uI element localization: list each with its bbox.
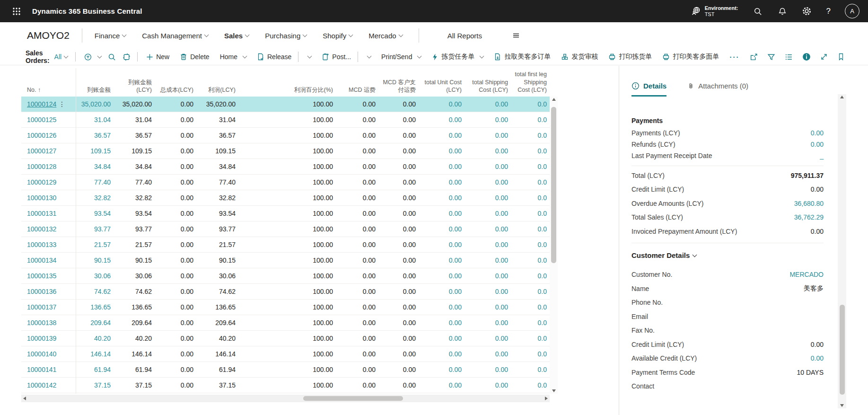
order-no-cell[interactable]: 10000129: [21, 178, 76, 186]
order-no-link[interactable]: 10000133: [27, 241, 56, 248]
grid-cell[interactable]: 21.57: [76, 241, 114, 248]
app-title[interactable]: Dynamics 365 Business Central: [32, 7, 142, 15]
grid-cell[interactable]: 0.0: [511, 319, 550, 327]
grid-cell[interactable]: 0.00: [378, 225, 419, 233]
table-row[interactable]: 10000124⋮35,020.0035,020.000.0035,020.00…: [21, 97, 558, 112]
grid-cell[interactable]: 30.06: [76, 272, 114, 280]
customer-details-heading[interactable]: Customer Details: [631, 250, 824, 261]
more-actions-icon[interactable]: ···: [729, 53, 739, 61]
grid-cell[interactable]: 0.0: [511, 288, 550, 295]
field-value[interactable]: 0.00: [811, 141, 824, 148]
grid-cell[interactable]: 100.00: [238, 335, 336, 342]
grid-cell[interactable]: 90.15: [114, 256, 155, 264]
grid-cell[interactable]: 0.0: [511, 100, 550, 108]
grid-cell[interactable]: 109.15: [76, 147, 114, 155]
grid-cell[interactable]: 74.62: [196, 288, 238, 295]
grid-cell[interactable]: 0.00: [336, 335, 378, 342]
help-icon[interactable]: ?: [826, 7, 831, 16]
grid-cell[interactable]: 0.00: [336, 241, 378, 248]
collapse-pane-icon[interactable]: [820, 53, 828, 61]
grid-cell[interactable]: 0.00: [336, 147, 378, 155]
order-no-cell[interactable]: 10000135: [21, 272, 76, 280]
field-value[interactable]: 36,762.29: [794, 213, 824, 221]
grid-cell[interactable]: 31.04: [114, 116, 155, 124]
app-launcher-icon[interactable]: [9, 3, 25, 19]
field-value[interactable]: MERCADO: [789, 271, 824, 278]
grid-cell[interactable]: 0.00: [378, 288, 419, 295]
grid-cell[interactable]: 93.54: [196, 210, 238, 217]
grid-cell[interactable]: 0.0: [511, 225, 550, 233]
order-no-cell[interactable]: 10000138: [21, 319, 76, 327]
grid-cell[interactable]: 32.82: [114, 194, 155, 202]
grid-cell[interactable]: 0.00: [465, 132, 511, 139]
grid-cell[interactable]: 136.65: [196, 303, 238, 311]
company-name[interactable]: AMOYO2: [27, 30, 70, 41]
grid-cell[interactable]: 0.00: [336, 319, 378, 327]
grid-cell[interactable]: 0.00: [336, 272, 378, 280]
grid-cell[interactable]: 0.00: [465, 319, 511, 327]
grid-cell[interactable]: 35,020.00: [76, 100, 114, 108]
horizontal-scroll-thumb[interactable]: [303, 396, 403, 401]
grid-cell[interactable]: 61.94: [114, 366, 155, 373]
filter-views-icon[interactable]: [84, 53, 101, 61]
table-row[interactable]: 1000013674.6274.620.0074.62100.000.000.0…: [21, 284, 558, 300]
order-no-cell[interactable]: 10000142: [21, 381, 76, 389]
grid-cell[interactable]: 0.0: [511, 147, 550, 155]
order-no-link[interactable]: 10000140: [27, 350, 56, 358]
grid-cell[interactable]: 40.20: [196, 335, 238, 342]
scroll-up-icon[interactable]: [550, 98, 558, 101]
column-header-total-unit-cost-lcy[interactable]: total Unit Cost (LCY): [419, 79, 465, 97]
order-no-link[interactable]: 10000128: [27, 163, 56, 170]
column-header-利润-lcy[interactable]: 利润(LCY): [196, 86, 238, 97]
grid-cell[interactable]: 0.0: [511, 116, 550, 124]
grid-cell[interactable]: 0.00: [378, 241, 419, 248]
nav-item-finance[interactable]: Finance: [95, 32, 126, 40]
nav-item-mercado[interactable]: Mercado: [368, 32, 402, 40]
order-no-link[interactable]: 10000138: [27, 319, 56, 327]
grid-cell[interactable]: 0.00: [155, 381, 196, 389]
grid-cell[interactable]: 32.82: [196, 194, 238, 202]
grid-cell[interactable]: 0.00: [419, 319, 465, 327]
grid-cell[interactable]: 0.00: [419, 132, 465, 139]
field-value[interactable]: _: [820, 152, 824, 159]
order-no-cell[interactable]: 10000137: [21, 303, 76, 311]
grid-cell[interactable]: 0.00: [336, 210, 378, 217]
order-no-cell[interactable]: 10000141: [21, 366, 76, 373]
grid-cell[interactable]: 35,020.00: [196, 100, 238, 108]
grid-cell[interactable]: 0.0: [511, 350, 550, 358]
column-header-利润百分比[interactable]: 利润百分比(%): [238, 86, 336, 97]
grid-cell[interactable]: 0.00: [419, 210, 465, 217]
table-row[interactable]: 1000013490.1590.150.0090.15100.000.000.0…: [21, 253, 558, 268]
grid-cell[interactable]: 100.00: [238, 381, 336, 389]
grid-cell[interactable]: 0.00: [419, 178, 465, 186]
grid-cell[interactable]: 0.00: [465, 303, 511, 311]
order-no-cell[interactable]: 10000131: [21, 210, 76, 217]
order-no-link[interactable]: 10000134: [27, 256, 56, 264]
avatar[interactable]: A: [845, 4, 859, 18]
grid-cell[interactable]: 0.00: [465, 100, 511, 108]
column-header-总成本-lcy[interactable]: 总成本(LCY): [155, 86, 196, 97]
nav-item-shopify[interactable]: Shopify: [323, 32, 352, 40]
grid-cell[interactable]: 146.14: [114, 350, 155, 358]
grid-cell[interactable]: 0.00: [419, 366, 465, 373]
order-no-cell[interactable]: 10000136: [21, 288, 76, 295]
grid-cell[interactable]: 37.15: [196, 381, 238, 389]
order-no-cell[interactable]: 10000124⋮: [21, 100, 76, 108]
field-value[interactable]: 0.00: [811, 354, 824, 362]
grid-cell[interactable]: 0.00: [419, 147, 465, 155]
order-no-link[interactable]: 10000124: [27, 100, 56, 108]
tab-attachments[interactable]: Attachments (0): [687, 82, 748, 97]
grid-cell[interactable]: 0.00: [155, 288, 196, 295]
table-row[interactable]: 1000014237.1537.150.0037.15100.000.000.0…: [21, 378, 558, 393]
grid-cell[interactable]: 0.0: [511, 210, 550, 217]
order-no-cell[interactable]: 10000133: [21, 241, 76, 248]
table-row[interactable]: 1000012834.8434.840.0034.84100.000.000.0…: [21, 159, 558, 175]
row-context-menu-icon[interactable]: ⋮: [59, 100, 65, 108]
column-header-no[interactable]: No. ↑: [21, 86, 76, 97]
grid-cell[interactable]: 0.00: [336, 178, 378, 186]
grid-cell[interactable]: 0.00: [419, 350, 465, 358]
grid-cell[interactable]: 31.04: [196, 116, 238, 124]
vertical-scroll-thumb[interactable]: [840, 305, 845, 395]
grid-cell[interactable]: 0.00: [155, 210, 196, 217]
grid-cell[interactable]: 100.00: [238, 241, 336, 248]
